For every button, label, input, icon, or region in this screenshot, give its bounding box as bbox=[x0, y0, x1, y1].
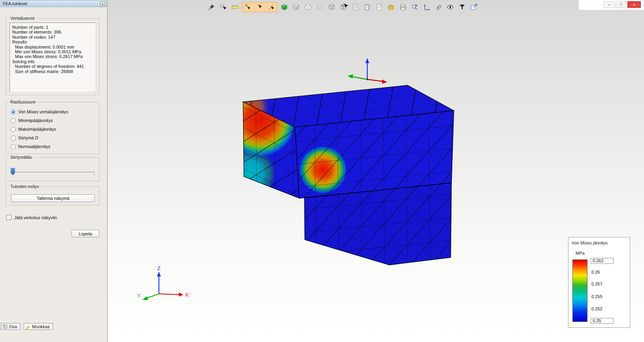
panel-close-button[interactable]: x bbox=[100, 2, 105, 7]
legend-title: Von Mises jännitys bbox=[572, 241, 608, 245]
toolbar bbox=[206, 2, 479, 13]
group-label: Tulosten esitys bbox=[9, 184, 40, 189]
tab-osa[interactable]: Osa bbox=[1, 323, 20, 330]
fea-results-panel: FEA tulokset x Vertailuarvot Number of p… bbox=[0, 0, 108, 342]
model-front-face bbox=[295, 111, 454, 198]
radio-normal-stress[interactable]: Normaalijännitys bbox=[11, 143, 50, 150]
select-box-icon[interactable] bbox=[218, 2, 229, 12]
model-top-face bbox=[243, 85, 454, 127]
panel-title: FEA tulokset bbox=[3, 1, 27, 6]
solid-cube-icon[interactable] bbox=[279, 2, 289, 12]
displacement-slider[interactable] bbox=[11, 172, 94, 173]
legend-value: 0.255 bbox=[591, 294, 602, 299]
keep-mesh-visible-checkbox[interactable]: Jätä verkotus näkyviin bbox=[6, 215, 57, 220]
group-label: Siirtymätila bbox=[9, 155, 33, 160]
material-bin-icon[interactable] bbox=[386, 2, 396, 12]
stats-line: Number of nodes: 147 bbox=[12, 35, 93, 39]
ruler-icon[interactable] bbox=[230, 2, 240, 12]
group-label: Vertailuarvot bbox=[9, 16, 36, 21]
stats-textbox[interactable]: Number of parts: 1 Number of elements: 3… bbox=[9, 23, 96, 92]
radio-displacement[interactable]: Siirtymä D bbox=[11, 135, 38, 141]
tab-muokkaa[interactable]: Muokkaa bbox=[24, 323, 53, 330]
framed-box-icon[interactable] bbox=[303, 2, 313, 12]
zoom-select-icon[interactable] bbox=[410, 2, 420, 12]
results-display-group: Tulosten esitys Tallenna näkymä bbox=[6, 186, 100, 205]
snap-circle-cursor-icon[interactable] bbox=[243, 2, 253, 12]
radio-indicator bbox=[11, 109, 16, 115]
stats-line: Results bbox=[12, 39, 93, 44]
wire-cube-icon[interactable] bbox=[327, 2, 337, 12]
legend-value: 0.26 bbox=[591, 270, 600, 274]
close-button[interactable]: × bbox=[627, 1, 641, 8]
window-controls: – □ × bbox=[579, 0, 644, 10]
model-canvas: Z X Y bbox=[108, 0, 644, 342]
legend-unit: MPa bbox=[576, 251, 585, 256]
stats-line: Number of parts: 1 bbox=[12, 25, 93, 30]
stress-legend: Von Mises jännitys MPa 0.262 0.26 0.257 … bbox=[568, 237, 630, 328]
radio-indicator bbox=[11, 127, 16, 132]
select-cursor-icon[interactable] bbox=[255, 2, 265, 12]
maximize-button[interactable]: □ bbox=[616, 1, 627, 8]
model-left-face bbox=[243, 102, 299, 198]
part-doc-icon bbox=[3, 324, 8, 329]
edit-pencil-icon bbox=[26, 324, 30, 329]
stats-line: Size of stiffness matrix: 28998 bbox=[12, 69, 93, 74]
stats-line: Solving info bbox=[12, 59, 93, 64]
snap-angle-cursor-icon[interactable] bbox=[266, 2, 277, 12]
export-window-icon[interactable] bbox=[469, 2, 479, 12]
comparison-values-group: Vertailuarvot Number of parts: 1 Number … bbox=[6, 18, 100, 95]
radio-von-mises[interactable]: Von Mises vertailujännitys bbox=[11, 109, 68, 115]
axis-x-label: X bbox=[185, 292, 189, 298]
visibility-eye-icon[interactable] bbox=[445, 2, 455, 12]
radio-max-principal[interactable]: Maksimipääjännitys bbox=[11, 126, 56, 132]
minimize-button[interactable]: – bbox=[604, 1, 615, 8]
stats-line: Max von Mises stress: 0.2617 MPa bbox=[12, 54, 93, 59]
panel-titlebar[interactable]: FEA tulokset x bbox=[0, 0, 107, 7]
slider-tick bbox=[13, 174, 13, 176]
radio-indicator bbox=[11, 135, 16, 141]
stats-line: Number of elements: 396 bbox=[12, 30, 93, 34]
legend-value: 0.257 bbox=[591, 282, 602, 286]
radio-indicator bbox=[11, 144, 16, 149]
radio-min-principal[interactable]: Minimipääjännitys bbox=[11, 117, 53, 124]
stats-line: Number of degrees of freedom: 441 bbox=[12, 64, 93, 69]
attach-icon[interactable] bbox=[433, 2, 444, 12]
legend-max-input[interactable]: 0.262 bbox=[591, 258, 614, 264]
pin-icon[interactable] bbox=[206, 2, 217, 12]
legend-min-input[interactable]: 0.25 bbox=[591, 318, 614, 324]
world-axes-icon: Z X Y bbox=[137, 265, 189, 300]
quit-button[interactable]: Lopeta bbox=[72, 230, 99, 237]
face-select-cube-icon[interactable] bbox=[338, 2, 349, 12]
stats-line: Max displacement: 0.0001 mm bbox=[12, 45, 93, 49]
model-lower-face bbox=[304, 183, 451, 265]
printer-icon[interactable] bbox=[398, 2, 408, 12]
legend-color-bar bbox=[572, 259, 587, 322]
stress-quantity-group: Rasitussuure Von Mises vertailujännitys … bbox=[6, 102, 100, 154]
checkbox-box[interactable] bbox=[6, 215, 11, 220]
shaded-box-icon[interactable] bbox=[291, 2, 301, 12]
copy-layers-icon[interactable] bbox=[362, 2, 372, 12]
save-view-button[interactable]: Tallenna näkymä bbox=[11, 194, 95, 202]
document-icon[interactable] bbox=[374, 2, 384, 12]
stats-line: Min von Mises stress: 0.0011 MPa bbox=[12, 49, 93, 54]
axes-icon[interactable] bbox=[421, 2, 432, 12]
axis-y-label: Y bbox=[137, 293, 141, 299]
app-window: FEA tulokset x Vertailuarvot Number of p… bbox=[0, 0, 644, 342]
viewport-canvas[interactable]: Z X Y Von Mises jännitys MPa 0.262 0.26 … bbox=[108, 0, 644, 342]
displacement-state-group: Siirtymätila bbox=[6, 157, 100, 181]
group-label: Rasitussuure bbox=[9, 100, 37, 104]
axis-z-label: Z bbox=[157, 265, 161, 271]
origin-triad-icon bbox=[347, 58, 387, 84]
snap-tool-group bbox=[242, 2, 278, 12]
legend-value: 0.252 bbox=[591, 306, 602, 311]
list-icon[interactable] bbox=[350, 2, 361, 12]
radio-indicator bbox=[11, 118, 16, 123]
filter-icon[interactable] bbox=[457, 2, 467, 12]
thin-box-icon[interactable] bbox=[315, 2, 325, 12]
slider-tick bbox=[94, 174, 94, 176]
